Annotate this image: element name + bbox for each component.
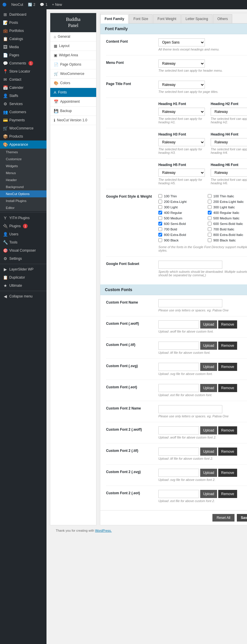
buddha-menu-fonts[interactable]: A Fonts <box>50 88 96 97</box>
google-font-subset-input[interactable] <box>158 261 222 269</box>
sidebar-item-tools[interactable]: 🔧 Tools <box>0 238 46 246</box>
admin-bar-updates[interactable]: 🔄 2 <box>28 3 35 7</box>
sidebar-item-catalogs[interactable]: 📋 Catalogs <box>0 35 46 43</box>
custom-font-woff-input[interactable] <box>158 320 199 329</box>
checkbox-600semibold-input[interactable] <box>158 222 162 226</box>
custom-font2-woff-input[interactable] <box>158 426 199 434</box>
buddha-menu-colors[interactable]: 🎨 Colors <box>50 79 96 88</box>
sidebar-item-visual-composer[interactable]: 🎯 Visual Composer <box>0 246 46 255</box>
custom-font2-woff-remove-btn[interactable]: Remove <box>218 426 237 434</box>
checkbox-100thin-input[interactable] <box>158 194 162 198</box>
sidebar-item-media[interactable]: 🖼 Media <box>0 43 46 51</box>
sidebar-item-themes[interactable]: Themes <box>0 149 46 156</box>
h4-select[interactable]: Raleway Open Sans <box>211 138 247 146</box>
sidebar-item-menus[interactable]: Menus <box>0 169 46 176</box>
save-all-button[interactable]: Save All <box>237 514 247 522</box>
checkbox-400regularitalic-input[interactable] <box>208 211 212 214</box>
tab-font-size[interactable]: Font Size <box>129 14 153 23</box>
sidebar-item-store-locator[interactable]: 📍 Store Locator <box>0 67 46 75</box>
buddha-menu-layout[interactable]: ▦ Layout <box>50 42 96 51</box>
sidebar-item-yith-plugins[interactable]: Y YITH Plugins <box>0 214 46 222</box>
sidebar-item-dashboard[interactable]: ⊞ Dashboard <box>0 10 46 19</box>
footer-link[interactable]: WordPress. <box>95 529 112 532</box>
h5-select[interactable]: Raleway Open Sans <box>158 169 205 177</box>
buddha-menu-general[interactable]: ⌂ General <box>50 32 96 42</box>
custom-font2-eot-upload-btn[interactable]: Upload <box>200 490 217 498</box>
admin-bar-logo[interactable]: 🔵 <box>2 3 7 7</box>
checkbox-300light-input[interactable] <box>158 205 162 209</box>
sidebar-item-comments[interactable]: 💬 Comments 1 <box>0 59 46 67</box>
checkbox-500medium-input[interactable] <box>158 216 162 220</box>
custom-font-ttf-input[interactable] <box>158 342 199 350</box>
custom-font2-svg-upload-btn[interactable]: Upload <box>200 469 217 477</box>
sidebar-item-editor[interactable]: Editor <box>0 204 46 211</box>
h3-select[interactable]: Raleway Open Sans <box>158 138 205 146</box>
page-title-font-select[interactable]: Raleway Open Sans Roboto <box>158 81 205 89</box>
custom-font2-svg-remove-btn[interactable]: Remove <box>218 469 237 477</box>
checkbox-200extralightitalic-input[interactable] <box>208 200 212 203</box>
sidebar-item-widgets[interactable]: Widgets <box>0 163 46 169</box>
custom-font2-ttf-remove-btn[interactable]: Remove <box>218 448 237 456</box>
custom-font-ttf-remove-btn[interactable]: Remove <box>218 342 237 350</box>
admin-bar-site[interactable]: NeoCut <box>11 3 23 7</box>
sidebar-item-neocut-options[interactable]: NeoCut Options <box>0 190 46 197</box>
tab-letter-spacing[interactable]: Letter Spacing <box>181 14 212 23</box>
sidebar-item-staffs[interactable]: 👤 Staffs <box>0 92 46 100</box>
tab-font-family[interactable]: Font Family <box>100 14 128 24</box>
sidebar-item-duplicator[interactable]: 📋 Duplicator <box>0 273 46 282</box>
custom-font2-eot-input[interactable] <box>158 490 199 498</box>
sidebar-item-payments[interactable]: 💳 Payments <box>0 116 46 124</box>
buddha-menu-backup[interactable]: 💾 Backup <box>50 107 96 116</box>
checkbox-900blackitalic-input[interactable] <box>208 238 212 242</box>
checkbox-500mediumitalic-input[interactable] <box>208 216 212 220</box>
buddha-menu-woocommerce[interactable]: 🛒 WooCommerce <box>50 69 96 79</box>
sidebar-item-ultimate[interactable]: ★ Ultimate <box>0 282 46 290</box>
custom-font-eot-upload-btn[interactable]: Upload <box>200 384 217 392</box>
h1-select[interactable]: Raleway Open Sans <box>158 108 205 116</box>
custom-font-eot-remove-btn[interactable]: Remove <box>218 384 237 392</box>
custom-font-svg-input[interactable] <box>158 363 199 371</box>
reset-all-button[interactable]: Reset All <box>212 514 234 522</box>
buddha-menu-widget-area[interactable]: ▣ Widget Area <box>50 51 96 60</box>
custom-font2-ttf-upload-btn[interactable]: Upload <box>200 448 217 456</box>
sidebar-item-collapse-menu[interactable]: ◀ Collapse menu <box>0 292 46 300</box>
custom-font-svg-remove-btn[interactable]: Remove <box>218 363 237 371</box>
content-font-select[interactable]: Open Sans Raleway Roboto Lato <box>158 38 205 46</box>
checkbox-300lightitalic-input[interactable] <box>208 205 212 209</box>
sidebar-item-calender[interactable]: 📅 Calender <box>0 84 46 92</box>
checkbox-900black-input[interactable] <box>158 238 162 242</box>
admin-bar-new[interactable]: + New <box>52 3 62 7</box>
custom-font2-eot-remove-btn[interactable]: Remove <box>218 490 237 498</box>
custom-font-svg-upload-btn[interactable]: Upload <box>200 363 217 371</box>
custom-font-ttf-upload-btn[interactable]: Upload <box>200 342 217 350</box>
sidebar-item-background[interactable]: Background <box>0 183 46 190</box>
sidebar-item-pages[interactable]: 📄 Pages <box>0 51 46 59</box>
sidebar-item-plugins[interactable]: 🔌 Plugins 1 <box>0 222 46 230</box>
buddha-menu-neocut-version[interactable]: ℹ NeoCut Version 1.0 <box>50 116 96 125</box>
checkbox-700bold-input[interactable] <box>158 227 162 231</box>
menu-font-select[interactable]: Raleway Open Sans Roboto <box>158 59 205 68</box>
sidebar-item-customize[interactable]: Customize <box>0 156 46 163</box>
tab-others[interactable]: Others <box>213 14 232 23</box>
custom-font-name-input[interactable] <box>158 299 222 307</box>
sidebar-item-services[interactable]: ⚙ Services <box>0 100 46 108</box>
sidebar-item-install-plugins[interactable]: Install Plugins <box>0 197 46 204</box>
sidebar-item-portfolios[interactable]: 💼 Portfolios <box>0 27 46 35</box>
sidebar-item-posts[interactable]: 📝 Posts <box>0 19 46 27</box>
sidebar-item-customers[interactable]: 👥 Customers <box>0 108 46 116</box>
sidebar-item-appearance[interactable]: 🎨 Appearance <box>0 140 46 149</box>
checkbox-400regular-input[interactable] <box>158 211 162 214</box>
sidebar-item-woocommerce[interactable]: 🛒 WooCommerce <box>0 124 46 132</box>
checkbox-200extralight-input[interactable] <box>158 200 162 203</box>
custom-font2-name-input[interactable] <box>158 405 222 413</box>
custom-font-woff-upload-btn[interactable]: Upload <box>200 320 217 329</box>
sidebar-item-settings[interactable]: ⚙ Settings <box>0 255 46 263</box>
sidebar-item-users[interactable]: 👤 Users <box>0 230 46 238</box>
custom-font-woff-remove-btn[interactable]: Remove <box>218 320 237 329</box>
checkbox-600semibolditalic-input[interactable] <box>208 222 212 226</box>
admin-bar-comments[interactable]: 💬 1 <box>40 3 47 7</box>
sidebar-item-products[interactable]: 📦 Products <box>0 132 46 140</box>
tab-font-weight[interactable]: Font Weight <box>153 14 180 23</box>
checkbox-100thinitalic-input[interactable] <box>208 194 212 198</box>
buddha-menu-appointment[interactable]: 📅 Appointment <box>50 97 96 107</box>
